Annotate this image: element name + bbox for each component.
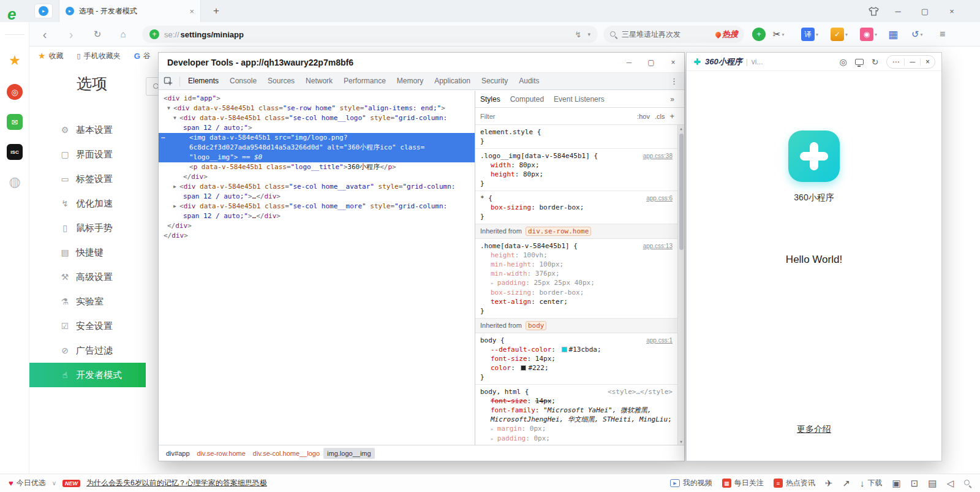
hot-search-logo[interactable]: 热搜 xyxy=(715,29,738,40)
main-menu-button[interactable]: ≡ xyxy=(940,27,945,42)
dom-tree-line[interactable]: ▼<div data-v-584e45b1 class="se-col home… xyxy=(159,113,475,123)
sidebar-item-basic-settings[interactable]: ⚙基本设置 xyxy=(29,118,146,142)
css-selector[interactable]: .logo__img[data-v-584e45b1] xyxy=(480,152,590,160)
css-source-link[interactable]: app.css:6 xyxy=(646,194,673,203)
css-property[interactable]: ▸ padding: 25px 25px 40px; xyxy=(480,278,673,288)
monitor-icon[interactable] xyxy=(855,59,864,65)
rocket-icon[interactable]: ↗ xyxy=(842,478,850,489)
search-box[interactable]: 三星堆遗址再次发 热搜 xyxy=(603,26,744,43)
security-shield-button[interactable]: ✓ ▾ xyxy=(831,27,848,42)
printer-icon[interactable]: ▣ xyxy=(892,478,901,489)
game-center-button[interactable]: ◉ ▾ xyxy=(860,27,877,42)
css-property[interactable]: height: 100vh; xyxy=(480,251,673,260)
reload-icon[interactable]: ↻ xyxy=(89,28,105,41)
screenshot-tool-button[interactable]: ✂ ▾ xyxy=(773,27,785,42)
hot-news-link[interactable]: ≡ 热点资讯 xyxy=(774,478,815,488)
dom-tree-line[interactable]: 6c8dc2f3d027ada9548d14a5a3266d0d" alt="3… xyxy=(159,143,475,153)
class-toggle[interactable]: .cls xyxy=(655,113,665,120)
css-property[interactable]: box-sizing: border-box; xyxy=(480,203,673,212)
pseudo-state-toggle[interactable]: :hov xyxy=(637,113,650,120)
dom-tree-line[interactable]: ▼<div data-v-584e45b1 class="se-row home… xyxy=(159,104,475,113)
devtools-maximize-button[interactable]: ▢ xyxy=(644,53,658,73)
miniapp-more-icon[interactable]: ⋯ xyxy=(887,58,904,66)
collapse-chevron-icon[interactable]: ∨ xyxy=(52,480,56,486)
devtools-tab-console[interactable]: Console xyxy=(224,73,262,89)
dom-tree-line[interactable]: </div> xyxy=(159,221,475,231)
browser-tab[interactable]: ▲ 选项 - 开发者模式 × xyxy=(59,0,201,22)
css-property[interactable]: box-sizing: border-box; xyxy=(480,288,673,297)
devtools-minimize-button[interactable]: ─ xyxy=(622,53,636,73)
breadcrumb-item[interactable]: div.se-row.home xyxy=(194,448,249,459)
address-bar[interactable]: + se:// settings/miniapp ↯ ▾ xyxy=(142,26,598,43)
bookmark-favorites[interactable]: ★ 收藏 xyxy=(38,51,64,61)
tab-overflow-icon[interactable]: » xyxy=(670,95,674,104)
inspect-element-icon[interactable] xyxy=(164,77,173,86)
dom-tree-line[interactable]: <p data-v-584e45b1 class="logo__title">3… xyxy=(159,162,475,172)
css-property[interactable]: height: 80px; xyxy=(480,170,673,179)
css-property[interactable]: ▸ margin: 0px; xyxy=(480,424,673,434)
download-button[interactable]: ↓ 下载 xyxy=(860,478,883,488)
theme-shirt-icon[interactable] xyxy=(865,4,882,18)
sidebar-item-mouse-gestures[interactable]: ▯鼠标手势 xyxy=(29,216,146,240)
url-dropdown-icon[interactable]: ▾ xyxy=(587,31,590,37)
mail-icon[interactable]: ✉ xyxy=(7,114,23,130)
dom-tree-line[interactable]: </div> xyxy=(159,231,475,241)
miniapp-close-icon[interactable]: × xyxy=(921,58,935,66)
dom-tree-line[interactable]: span 12 / auto;">…</div> xyxy=(159,211,475,221)
breadcrumb-item[interactable]: img.logo__img xyxy=(323,448,375,459)
css-source-link[interactable]: app.css:38 xyxy=(643,151,673,161)
dom-tree-line[interactable]: ▶<div data-v-584e45b1 class="se-col home… xyxy=(159,182,475,192)
css-property[interactable]: min-width: 376px; xyxy=(480,269,673,278)
dom-tree-line[interactable]: "logo__img"> == $0 xyxy=(159,153,475,162)
styles-tab-styles[interactable]: Styles xyxy=(475,95,505,104)
styles-tab-event-listeners[interactable]: Event Listeners xyxy=(549,95,609,104)
sidebar-item-shortcut-keys[interactable]: ▤快捷键 xyxy=(29,240,146,265)
news-headline-link[interactable]: 为什么会丢失6岁以前的记忆？心理学家的答案细思恐极 xyxy=(86,478,267,488)
gray-app-icon[interactable]: ◍ xyxy=(7,174,23,190)
sidebar-item-advanced-settings[interactable]: ⚒高级设置 xyxy=(29,265,146,289)
daily-picks-link[interactable]: ♥ 今日优选 xyxy=(9,478,46,488)
my-videos-link[interactable]: ▶ 我的视频 xyxy=(670,478,712,488)
css-source-link[interactable]: app.css:13 xyxy=(643,241,673,251)
window-maximize-button[interactable]: ▢ xyxy=(916,4,933,18)
site-permission-icon[interactable]: + xyxy=(149,29,159,39)
red-app-icon[interactable]: ◎ xyxy=(7,84,23,100)
css-property[interactable]: font-family: "Microsoft YaHei", 微软雅黑, Mi… xyxy=(480,406,673,424)
styles-scrollbar[interactable]: ▲ ▼ xyxy=(677,125,684,445)
css-property[interactable]: --default-color: #13cbda; xyxy=(480,345,673,354)
dom-tree-line[interactable]: ▶<div data-v-584e45b1 class="se-col home… xyxy=(159,202,475,211)
new-style-rule-button[interactable]: + xyxy=(669,112,674,121)
window-close-button[interactable]: × xyxy=(943,4,960,18)
favorites-star-icon[interactable]: ★ xyxy=(7,53,23,69)
breadcrumb-item[interactable]: div.se-col.home__logo xyxy=(249,448,323,459)
capture-icon[interactable]: ⊡ xyxy=(911,478,919,489)
devtools-titlebar[interactable]: Developer Tools - app://qh13waury22p7m8b… xyxy=(159,53,684,73)
styles-filter-input[interactable] xyxy=(480,113,632,120)
css-property[interactable]: min-height: 100px; xyxy=(480,260,673,269)
devtools-tab-sources[interactable]: Sources xyxy=(262,73,300,89)
devtools-close-button[interactable]: × xyxy=(666,53,680,73)
bookmark-mobile-folder[interactable]: ▯ 手机收藏夹 xyxy=(77,51,121,61)
miniapp-minimize-icon[interactable]: ─ xyxy=(905,58,920,66)
forward-icon[interactable]: › xyxy=(63,28,79,41)
sidebar-item-security-settings[interactable]: ☑安全设置 xyxy=(29,314,146,338)
devtools-tab-memory[interactable]: Memory xyxy=(391,73,429,89)
css-property[interactable]: font-size: 14px; xyxy=(480,354,673,363)
miniapp-titlebar[interactable]: 360小程序 | vi... ◎ ↻ ⋯ ─ × xyxy=(687,53,941,71)
refresh-icon[interactable]: ↻ xyxy=(872,57,879,67)
css-selector[interactable]: body xyxy=(480,336,497,344)
translate-button[interactable]: 译 ▾ xyxy=(801,27,818,42)
scroll-down-icon[interactable]: ▼ xyxy=(678,439,684,444)
css-property[interactable]: font-size: 14px; xyxy=(480,396,673,406)
speed-mode-icon[interactable]: ↯ xyxy=(575,30,582,39)
css-selector[interactable]: body, html xyxy=(480,388,521,396)
devtools-tab-network[interactable]: Network xyxy=(300,73,338,89)
color-swatch[interactable] xyxy=(521,365,526,371)
devtools-tab-security[interactable]: Security xyxy=(476,73,513,89)
new-tab-button[interactable]: + xyxy=(209,4,223,18)
sidebar-item-tab-settings[interactable]: ▭标签设置 xyxy=(29,167,146,191)
speaker-icon[interactable]: ◁ xyxy=(946,478,954,489)
scroll-up-icon[interactable]: ▲ xyxy=(678,126,684,131)
css-selector[interactable]: element.style xyxy=(480,128,533,136)
inherited-node-link[interactable]: body xyxy=(526,321,547,330)
